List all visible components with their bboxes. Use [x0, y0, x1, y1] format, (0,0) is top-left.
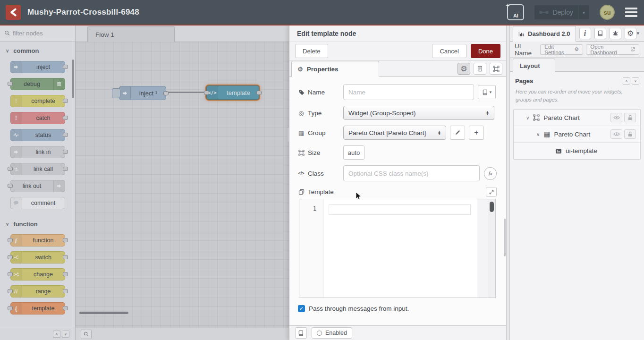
help-tab-button[interactable]	[594, 28, 606, 39]
template-output-port[interactable]	[256, 91, 262, 95]
palette-node-range[interactable]: iirange	[10, 285, 65, 298]
node-output-port[interactable]	[63, 289, 68, 293]
edit-group-button[interactable]	[450, 126, 465, 140]
group-grid-icon: ▦	[298, 129, 305, 136]
layout-tree-item-pareto-chart[interactable]: ∨▦Pareto Chart	[514, 126, 640, 143]
node-output-port[interactable]	[63, 116, 68, 120]
appearance-tab-button[interactable]	[490, 63, 502, 75]
group-select[interactable]: Pareto Chart [Pareto Chart] ▲▼	[343, 126, 446, 140]
template-node-selected[interactable]: </> template	[206, 85, 259, 100]
node-input-port[interactable]	[8, 255, 13, 259]
palette-node-catch[interactable]: !catch	[10, 112, 65, 124]
edit-settings-button[interactable]: Edit Settings ⚙	[540, 44, 583, 55]
palette-node-complete[interactable]: !complete	[10, 95, 65, 107]
lock-toggle-button[interactable]	[624, 129, 636, 139]
palette-node-template[interactable]: {template	[10, 302, 65, 314]
palette-node-link-out[interactable]: link out	[10, 180, 65, 192]
tray-resize-handle[interactable]	[288, 128, 289, 142]
visibility-toggle-button[interactable]	[610, 113, 622, 122]
palette-category-function[interactable]: ∨function	[0, 215, 75, 230]
info-tab-button[interactable]: i	[579, 28, 591, 39]
node-output-port[interactable]	[63, 99, 68, 103]
deploy-options-caret[interactable]: ▾	[578, 5, 589, 19]
properties-tab[interactable]: ⚙ Properties	[291, 61, 379, 77]
node-input-port[interactable]	[8, 289, 13, 293]
palette-node-debug[interactable]: debug	[10, 78, 65, 90]
palette-expand-all-button[interactable]: ∨	[62, 331, 69, 338]
visibility-toggle-button[interactable]	[610, 129, 622, 139]
layout-tree-item-pareto-chart[interactable]: ∨Pareto Chart	[514, 110, 640, 126]
node-input-port[interactable]	[8, 306, 13, 310]
node-output-port[interactable]	[63, 306, 68, 310]
flow-tab[interactable]: Flow 1	[87, 26, 175, 42]
node-output-port[interactable]	[63, 150, 68, 154]
inject-trigger-button[interactable]	[112, 88, 120, 98]
type-select[interactable]: Widget (Group-Scoped) ▲▼	[343, 106, 494, 120]
palette-node-change[interactable]: change	[10, 268, 65, 280]
palette-category-common[interactable]: ∨common	[0, 42, 75, 56]
editor-active-line	[329, 204, 471, 215]
ai-assistant-button[interactable]: AI	[507, 4, 524, 20]
layout-tree-item-ui-template[interactable]: ui-template	[514, 143, 640, 159]
pages-collapse-button[interactable]: ∧	[623, 77, 630, 85]
layout-tab[interactable]: Layout	[513, 59, 555, 72]
node-output-port[interactable]	[63, 272, 68, 276]
tray-scrollbar[interactable]	[504, 219, 506, 256]
palette-node-link-call[interactable]: link call	[10, 163, 65, 175]
canvas-search-button[interactable]	[81, 330, 92, 339]
palette-scrollbar[interactable]	[72, 60, 74, 98]
node-help-button[interactable]	[295, 327, 307, 339]
template-code-editor[interactable]: 1	[299, 199, 496, 298]
cancel-button[interactable]: Cancel	[432, 44, 466, 58]
done-button[interactable]: Done	[471, 44, 500, 58]
palette-node-function[interactable]: ƒfunction	[10, 234, 65, 246]
class-input[interactable]	[343, 165, 480, 181]
name-label-options-button[interactable]: ▾	[478, 85, 496, 99]
lock-toggle-button[interactable]	[624, 113, 636, 122]
editor-scrollbar[interactable]	[488, 199, 495, 298]
node-output-port[interactable]	[63, 255, 68, 259]
debug-tab-button[interactable]	[610, 28, 621, 39]
node-input-port[interactable]	[8, 82, 13, 86]
config-nodes-tab-button[interactable]: ⚙	[625, 28, 636, 39]
node-output-port[interactable]	[63, 238, 68, 242]
deploy-button[interactable]: Deploy ▾	[534, 5, 589, 19]
editor-scrollbar-thumb[interactable]	[490, 202, 494, 212]
node-input-port[interactable]	[8, 238, 13, 242]
delete-button[interactable]: Delete	[295, 44, 328, 58]
size-button[interactable]: auto	[343, 145, 364, 160]
palette-search[interactable]	[0, 26, 75, 42]
node-input-port[interactable]	[8, 167, 13, 171]
pages-expand-button[interactable]: ∨	[632, 77, 639, 85]
name-input[interactable]	[343, 84, 474, 100]
add-group-button[interactable]: +	[469, 126, 484, 140]
node-output-port[interactable]	[63, 167, 68, 171]
inject-node[interactable]: inject ¹	[119, 86, 166, 100]
node-output-port[interactable]	[63, 133, 68, 137]
palette-collapse-all-button[interactable]: ∧	[53, 331, 60, 338]
fx-button[interactable]: fx	[484, 167, 497, 180]
node-output-port[interactable]	[63, 65, 68, 69]
canvas-horizontal-scrollbar[interactable]	[79, 312, 128, 314]
palette-node-inject[interactable]: inject	[10, 61, 65, 73]
node-input-port[interactable]	[8, 272, 13, 276]
dashboard-tab[interactable]: Dashboard 2.0	[513, 26, 576, 42]
expand-editor-button[interactable]	[486, 187, 497, 197]
node-input-port[interactable]	[8, 184, 13, 188]
node-enabled-toggle[interactable]: Enabled	[312, 327, 352, 339]
sidebar-menu-caret[interactable]: ▾	[636, 30, 639, 36]
main-menu-button[interactable]	[625, 8, 637, 17]
user-avatar[interactable]: su	[600, 5, 615, 20]
palette-node-comment[interactable]: comment	[10, 197, 65, 209]
palette-node-switch[interactable]: switch	[10, 251, 65, 264]
properties-tab-button[interactable]: ⚙	[458, 63, 470, 75]
description-tab-button[interactable]	[474, 63, 486, 75]
inject-output-port[interactable]	[163, 91, 169, 95]
palette-node-link-in[interactable]: link in	[10, 146, 65, 158]
sidebar-splitter[interactable]	[506, 26, 510, 340]
palette-node-status[interactable]: status	[10, 129, 65, 141]
open-dashboard-button[interactable]: Open Dashboard	[586, 44, 639, 55]
template-input-port[interactable]	[204, 91, 209, 95]
filter-nodes-input[interactable]	[13, 30, 71, 37]
pass-through-checkbox[interactable]: ✓	[298, 305, 305, 312]
